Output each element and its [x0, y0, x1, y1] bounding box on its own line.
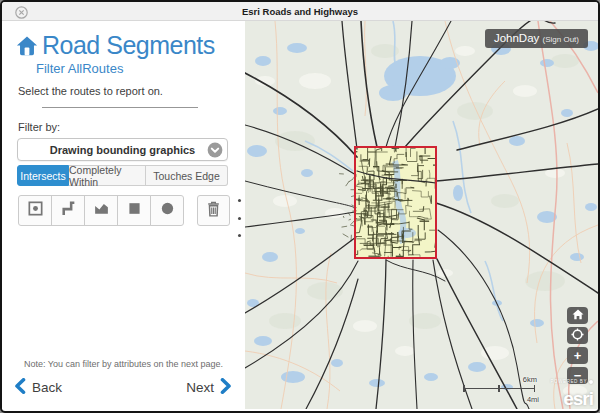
- esri-globe-dot: [589, 380, 593, 384]
- home-house-icon: [16, 34, 38, 58]
- chevron-left-icon: [14, 378, 26, 397]
- user-name: JohnDay: [494, 32, 539, 44]
- chevron-down-icon: [207, 142, 223, 158]
- draw-polyline-button[interactable]: [51, 195, 85, 226]
- dropdown-selected-value: Drawing bounding graphics: [50, 144, 195, 156]
- draw-point-button[interactable]: [18, 195, 52, 226]
- trash-icon: [205, 200, 222, 222]
- scale-bar: 6km 4mi: [463, 377, 539, 401]
- draw-rectangle-button[interactable]: [117, 195, 151, 226]
- page-subtitle: Filter AllRoutes: [36, 61, 245, 76]
- polygon-icon: [93, 200, 110, 221]
- scale-mi-label: 4mi: [527, 395, 539, 404]
- locate-button[interactable]: [567, 327, 588, 344]
- note-text: Note: You can filter by attributes on th…: [2, 359, 245, 369]
- user-sign-out-button[interactable]: JohnDay (Sign Out): [485, 29, 588, 48]
- next-label: Next: [186, 380, 214, 395]
- page-title: Road Segments: [42, 32, 215, 58]
- title-bar: Esri Roads and Highways: [2, 2, 598, 21]
- powered-by-label: POWERED BY: [550, 380, 587, 385]
- app-window: Esri Roads and Highways Road Segments Fi…: [0, 0, 600, 413]
- sign-out-label: (Sign Out): [543, 35, 579, 44]
- divider: [42, 107, 198, 108]
- plus-icon: +: [574, 349, 582, 362]
- polyline-icon: [60, 200, 77, 221]
- tab-touches-edge[interactable]: Touches Edge: [146, 165, 228, 186]
- home-icon: [572, 309, 584, 322]
- scale-km-label: 6km: [523, 375, 537, 384]
- map-canvas[interactable]: [245, 21, 598, 409]
- ellipse-icon: [159, 200, 176, 221]
- filter-by-label: Filter by:: [18, 121, 245, 133]
- home-extent-button[interactable]: [567, 307, 588, 324]
- locate-icon: [571, 328, 584, 343]
- back-button[interactable]: Back: [14, 378, 62, 397]
- filter-method-dropdown[interactable]: Drawing bounding graphics: [17, 138, 228, 161]
- window-title: Esri Roads and Highways: [2, 2, 598, 21]
- panel-resize-handle[interactable]: [235, 197, 243, 239]
- chevron-right-icon: [220, 378, 232, 397]
- rectangle-icon: [126, 200, 143, 221]
- esri-brand-label: esri: [550, 389, 593, 408]
- draw-polygon-button[interactable]: [84, 195, 118, 226]
- filter-panel: Road Segments Filter AllRoutes Select th…: [2, 21, 245, 409]
- draw-toolbar: [18, 195, 245, 226]
- map-container: JohnDay (Sign Out): [245, 21, 598, 409]
- point-icon: [27, 200, 44, 221]
- tab-completely-within[interactable]: Completely Within: [69, 165, 146, 186]
- back-label: Back: [32, 380, 62, 395]
- next-button[interactable]: Next: [186, 378, 232, 397]
- draw-ellipse-button[interactable]: [150, 195, 184, 226]
- zoom-in-button[interactable]: +: [567, 347, 588, 364]
- tab-intersects[interactable]: Intersects: [17, 165, 69, 186]
- spatial-relation-tabs: Intersects Completely Within Touches Edg…: [17, 165, 228, 186]
- clear-graphics-button[interactable]: [197, 195, 230, 226]
- panel-description: Select the routes to report on.: [18, 85, 245, 97]
- esri-logo: POWERED BY esri: [550, 373, 593, 408]
